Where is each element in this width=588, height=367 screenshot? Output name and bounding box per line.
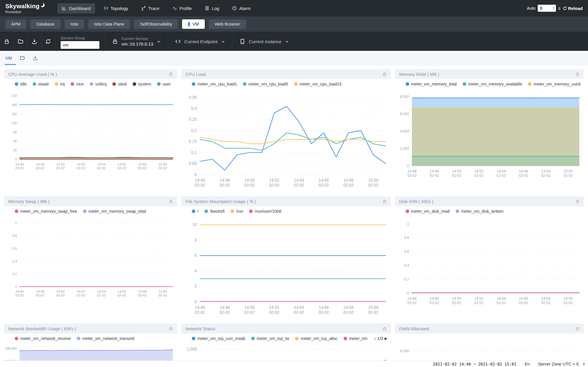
- lock-icon[interactable]: [382, 72, 387, 76]
- svg-text:0.35: 0.35: [189, 95, 197, 100]
- legend-item-meter_vm_tcp_tw[interactable]: meter_vm_tcp_tw: [251, 336, 289, 341]
- legend-next-page-icon[interactable]: ▶: [385, 336, 387, 341]
- legend-item-meter_vm_network_receive[interactable]: meter_vm_network_receive: [15, 336, 71, 341]
- workspace-tab-vm[interactable]: VM: [182, 19, 205, 29]
- svg-text:0.05: 0.05: [189, 161, 197, 166]
- legend-item-meter_vm_tcp_curr_estab[interactable]: meter_vm_tcp_curr_estab: [192, 336, 245, 341]
- legend-label: meter_vm_tcp_tw: [257, 336, 289, 341]
- svg-text:14:56: 14:56: [319, 305, 329, 310]
- top-nav: Skywalking Rocketbot Dashboard Topology …: [0, 0, 588, 16]
- workspace-tab-apm[interactable]: APM: [5, 19, 26, 29]
- legend-item-meter_vm_cpu_load1[interactable]: meter_vm_cpu_load1: [192, 82, 237, 86]
- svg-text:0.6: 0.6: [12, 247, 17, 250]
- tab-vm[interactable]: VM: [5, 51, 12, 65]
- lock-icon[interactable]: [382, 199, 387, 204]
- lock-edit-button[interactable]: [0, 38, 14, 44]
- refresh-templates-button[interactable]: [41, 38, 55, 44]
- nav-item-log[interactable]: Log: [200, 3, 224, 14]
- chart-filesystem-usage[interactable]: 024681014:4602-0214:4802-0214:5002-0214:…: [181, 215, 391, 321]
- service-group-input[interactable]: [61, 41, 99, 49]
- legend-item-meter_vm_disk_written[interactable]: meter_vm_disk_written: [456, 209, 504, 214]
- lock-icon[interactable]: [575, 326, 580, 331]
- language-toggle[interactable]: En: [525, 362, 530, 366]
- legend-item-meter_vm_memory_total[interactable]: meter_vm_memory_total: [406, 82, 457, 86]
- svg-text:14:58: 14:58: [344, 178, 354, 182]
- legend-dot: [157, 82, 161, 86]
- legend-item-softirq[interactable]: softirq: [90, 82, 106, 86]
- legend-item-meter_vm_tcp_alloc[interactable]: meter_vm_tcp_alloc: [295, 336, 337, 341]
- legend-dot: [406, 82, 409, 86]
- legend-item-system[interactable]: system: [133, 82, 151, 86]
- legend-item-iowait[interactable]: iowait: [33, 82, 49, 86]
- chart-legend: meter_vm_network_receivemeter_vm_network…: [4, 334, 177, 342]
- app-logo[interactable]: Skywalking Rocketbot: [5, 3, 45, 14]
- legend-label: iowait: [38, 82, 49, 86]
- auto-label: Auto: [527, 6, 535, 11]
- current-service-selector[interactable]: Current Service vm::10.170.0.13: [105, 36, 168, 46]
- legend-item-meter_vm[interactable]: meter_vm: [344, 336, 367, 341]
- legend-dot: [192, 337, 195, 340]
- dashboard-toolbar: Service Group Current Service vm::10.170…: [0, 32, 588, 51]
- lock-icon[interactable]: [169, 199, 173, 204]
- auto-interval-stepper[interactable]: ▲▼: [538, 5, 556, 12]
- svg-text:02-02: 02-02: [368, 183, 379, 187]
- chart-memory-ram[interactable]: 02,0004,0006,0008,00014:4602-0214:4802-0…: [395, 88, 584, 183]
- chart-memory-swap[interactable]: 00.20.40.60.8114:4602-0214:4802-0214:500…: [4, 215, 177, 302]
- legend-item-meter_vm_disk_read[interactable]: meter_vm_disk_read: [406, 209, 450, 214]
- zone-stepper[interactable]: ▲▼: [583, 362, 585, 366]
- legend-label: meter_vm_cpu_load15: [300, 82, 342, 86]
- download-icon[interactable]: [33, 55, 38, 61]
- legend-item-nice[interactable]: nice: [71, 82, 84, 86]
- svg-text:02-02: 02-02: [269, 183, 279, 187]
- lock-icon[interactable]: [575, 72, 580, 76]
- workspace-tab-database[interactable]: Database: [30, 19, 60, 29]
- legend-item-user[interactable]: user: [157, 82, 171, 86]
- legend-item-/boot/efi[interactable]: /boot/efi: [204, 209, 225, 214]
- workspace-tab-istio[interactable]: Istio: [65, 19, 84, 29]
- reload-button[interactable]: Reload: [563, 6, 583, 11]
- nav-item-dashboard[interactable]: Dashboard: [57, 3, 95, 14]
- legend-item-meter_vm_network_transmit[interactable]: meter_vm_network_transmit: [77, 336, 134, 341]
- export-template-button[interactable]: [28, 38, 41, 44]
- svg-text:02-02: 02-02: [97, 294, 106, 297]
- chart-cpu-average-used[interactable]: 030609012015018021014:4602-0214:4802-021…: [4, 88, 177, 175]
- legend-item-meter_vm_memory_available[interactable]: meter_vm_memory_available: [463, 82, 522, 86]
- workspace-tab-web-browser[interactable]: Web Browser: [209, 19, 246, 29]
- legend-item-steal[interactable]: steal: [112, 82, 127, 86]
- lock-icon[interactable]: [575, 199, 580, 204]
- time-range[interactable]: 2021-02-02 14:46 ~ 2021-02-02 15:01: [433, 362, 516, 366]
- current-endpoint-selector[interactable]: Current Endpoint: [168, 38, 232, 44]
- legend-prev-page-icon[interactable]: ◀: [373, 336, 376, 341]
- nav-item-topology[interactable]: Topology: [99, 3, 133, 14]
- current-instance-selector[interactable]: Current Instance: [232, 38, 296, 44]
- legend-item-idle[interactable]: idle: [15, 82, 27, 86]
- legend-item-meter_vm_memory_swap_free[interactable]: meter_vm_memory_swap_free: [15, 209, 77, 214]
- lock-icon[interactable]: [382, 326, 387, 331]
- legend-item-/run[interactable]: /run: [231, 209, 243, 214]
- nav-item-alarm[interactable]: Alarm: [228, 3, 255, 14]
- chart-disk-rw[interactable]: 00.20.40.60.8114:4602-0214:4802-0214:500…: [395, 215, 584, 310]
- nav-item-profile[interactable]: Profile: [168, 3, 196, 14]
- stepper-arrows[interactable]: ▲▼: [552, 6, 555, 10]
- legend-item-/run/user/1008[interactable]: /run/user/1008: [249, 209, 281, 214]
- nav-item-trace[interactable]: Trace: [137, 3, 164, 14]
- auto-interval-input[interactable]: [540, 6, 551, 11]
- legend-item-irq[interactable]: irq: [55, 82, 65, 86]
- legend-item-meter_vm_memory_swap_total[interactable]: meter_vm_memory_swap_total: [83, 209, 146, 214]
- folder-icon[interactable]: [20, 55, 25, 61]
- svg-text:14:46: 14:46: [195, 305, 205, 310]
- svg-text:02-02: 02-02: [97, 166, 106, 170]
- service-group-block: Service Group: [55, 34, 105, 49]
- legend-item-meter_vm_cpu_load15[interactable]: meter_vm_cpu_load15: [294, 82, 342, 86]
- svg-text:02-02: 02-02: [319, 310, 329, 315]
- lock-icon[interactable]: [169, 72, 173, 76]
- import-template-button[interactable]: [14, 38, 27, 44]
- lock-icon[interactable]: [169, 326, 173, 331]
- legend-item-/[interactable]: /: [192, 209, 199, 214]
- legend-item-meter_vm_cpu_load5[interactable]: meter_vm_cpu_load5: [243, 82, 288, 86]
- workspace-tab-selfobservability[interactable]: SelfObservability: [134, 19, 178, 29]
- workspace-tab-istio-data-plane[interactable]: Istio Data Plane: [88, 19, 130, 29]
- legend-item-meter_vm_memory_used[interactable]: meter_vm_memory_used: [528, 82, 580, 86]
- chart-cpu-load[interactable]: 00.050.10.150.20.250.30.3514:4602-0214:4…: [181, 88, 391, 193]
- alarm-icon: [232, 6, 237, 11]
